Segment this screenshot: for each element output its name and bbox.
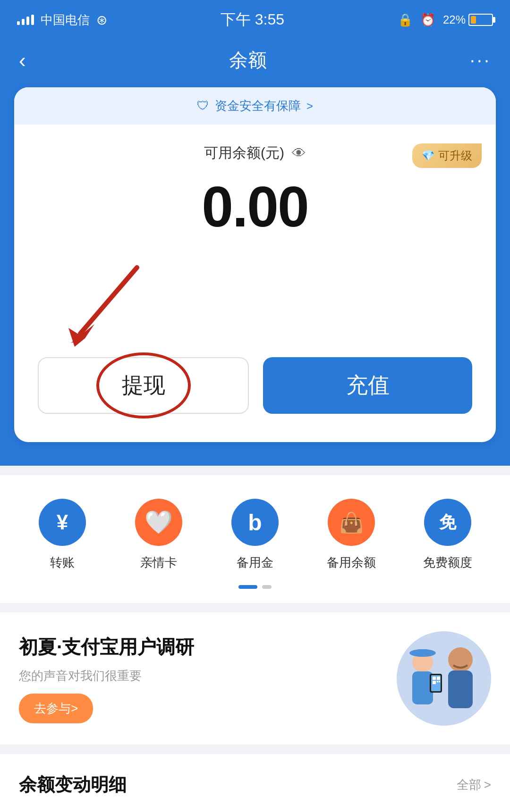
status-left: 中国电信 ⊛ — [17, 12, 107, 28]
main-card: 🛡 资金安全有保障 > 可用余额(元) 👁 💎 可升级 0.00 — [0, 87, 510, 466]
wifi-icon: ⊛ — [96, 12, 107, 28]
status-bar: 中国电信 ⊛ 下午 3:55 🔒 ⏰ 22% — [0, 0, 510, 38]
feature-reserve-balance[interactable]: 👜 备用余额 — [303, 499, 400, 571]
balance-label: 可用余额(元) — [204, 143, 284, 163]
svg-rect-12 — [433, 677, 436, 680]
action-buttons: 提现 充值 — [14, 357, 496, 442]
balance-label-row: 可用余额(元) 👁 — [38, 143, 472, 163]
withdraw-button[interactable]: 提现 — [38, 357, 249, 414]
survey-content: 初夏·支付宝用户调研 您的声音对我们很重要 去参与> — [19, 634, 397, 723]
survey-participate-button[interactable]: 去参与> — [19, 694, 93, 723]
battery-icon — [468, 14, 493, 26]
reserve-balance-icon: 👜 — [328, 499, 375, 546]
alarm-icon: ⏰ — [420, 13, 435, 27]
page-header: ‹ 余额 ··· — [0, 38, 510, 87]
feature-free-quota[interactable]: 免 免费额度 — [400, 499, 496, 571]
balance-section: 可用余额(元) 👁 💎 可升级 0.00 — [14, 125, 496, 263]
features-section: ¥ 转账 🤍 亲情卡 b 备用金 👜 备用余额 免 免费额 — [0, 475, 510, 603]
page-title: 余额 — [229, 47, 267, 73]
battery-percent: 22% — [443, 13, 466, 26]
diamond-icon: 💎 — [422, 150, 434, 162]
carrier-label: 中国电信 — [41, 12, 90, 28]
annotation-area — [14, 263, 496, 357]
upgrade-label: 可升级 — [438, 148, 472, 163]
shield-icon: 🛡 — [197, 99, 209, 113]
reserve-label: 备用金 — [237, 554, 273, 571]
history-link-chevron: > — [484, 778, 491, 792]
lock-icon: 🔒 — [398, 13, 413, 27]
survey-illustration — [397, 631, 491, 726]
time-label: 下午 3:55 — [221, 9, 284, 30]
svg-rect-14 — [433, 681, 436, 684]
svg-rect-13 — [437, 677, 440, 680]
svg-point-3 — [397, 631, 491, 726]
dot-active — [238, 585, 257, 589]
feature-family-card[interactable]: 🤍 亲情卡 — [110, 499, 207, 571]
free-quota-label: 免费额度 — [423, 554, 472, 571]
svg-rect-9 — [448, 670, 473, 708]
upgrade-badge[interactable]: 💎 可升级 — [412, 143, 482, 168]
survey-subtitle: 您的声音对我们很重要 — [19, 668, 397, 684]
security-chevron: > — [306, 100, 313, 113]
card-inner: 🛡 资金安全有保障 > 可用余额(元) 👁 💎 可升级 0.00 — [14, 87, 496, 442]
features-grid: ¥ 转账 🤍 亲情卡 b 备用金 👜 备用余额 免 免费额 — [14, 499, 496, 571]
more-button[interactable]: ··· — [470, 50, 491, 71]
reserve-icon: b — [231, 499, 279, 546]
balance-amount: 0.00 — [38, 174, 472, 239]
eye-icon[interactable]: 👁 — [292, 145, 306, 161]
battery-container: 22% — [443, 13, 493, 26]
feature-reserve[interactable]: b 备用金 — [207, 499, 303, 571]
svg-rect-15 — [437, 681, 438, 682]
security-banner[interactable]: 🛡 资金安全有保障 > — [14, 87, 496, 125]
family-card-label: 亲情卡 — [140, 554, 177, 571]
history-header: 余额变动明细 全部 > — [19, 773, 491, 797]
svg-rect-7 — [416, 649, 429, 656]
reserve-balance-label: 备用余额 — [327, 554, 376, 571]
svg-line-0 — [80, 268, 137, 334]
survey-banner[interactable]: 初夏·支付宝用户调研 您的声音对我们很重要 去参与> — [0, 612, 510, 745]
dot-inactive — [262, 585, 272, 589]
history-all-link[interactable]: 全部 > — [457, 777, 491, 793]
page-indicator — [14, 585, 496, 589]
status-right: 🔒 ⏰ 22% — [398, 13, 493, 27]
free-quota-icon: 免 — [424, 499, 471, 546]
back-button[interactable]: ‹ — [19, 50, 26, 71]
history-link-label: 全部 — [457, 777, 481, 793]
survey-title: 初夏·支付宝用户调研 — [19, 634, 397, 660]
transfer-label: 转账 — [50, 554, 75, 571]
history-section: 余额变动明细 全部 > — [0, 754, 510, 812]
feature-transfer[interactable]: ¥ 转账 — [14, 499, 110, 571]
arrow-annotation — [42, 263, 175, 357]
history-title: 余额变动明细 — [19, 773, 127, 797]
family-card-icon: 🤍 — [135, 499, 182, 546]
recharge-button[interactable]: 充值 — [263, 357, 472, 414]
signal-icon — [17, 15, 34, 25]
security-text: 资金安全有保障 — [215, 98, 301, 114]
transfer-icon: ¥ — [39, 499, 86, 546]
svg-rect-16 — [439, 681, 440, 682]
